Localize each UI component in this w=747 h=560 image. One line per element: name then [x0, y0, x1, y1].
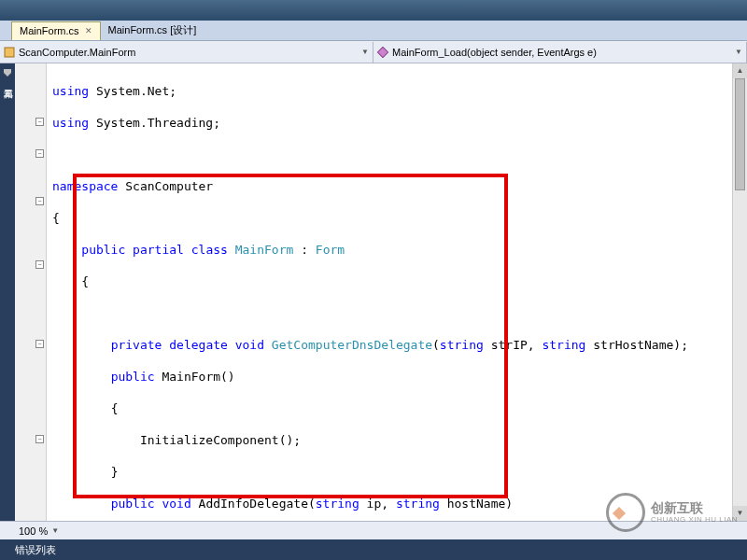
document-tabs: MainForm.cs ✕ MainForm.cs [设计] [0, 21, 747, 41]
svg-rect-1 [377, 47, 388, 57]
tab-label: MainForm.cs [20, 25, 79, 36]
navigation-bar: ScanComputer.MainForm ▼ MainForm_Load(ob… [0, 41, 747, 63]
method-name-label: MainForm_Load(object sender, EventArgs e… [392, 47, 597, 58]
watermark-subtitle: CHUANG XIN HU LIAN [651, 515, 738, 524]
fold-toggle[interactable]: − [35, 118, 44, 126]
toolbox-icon [2, 67, 13, 78]
scroll-up-button[interactable]: ▲ [733, 63, 747, 78]
close-icon[interactable]: ✕ [85, 26, 92, 35]
fold-toggle[interactable]: − [35, 149, 44, 158]
watermark-logo-icon [606, 493, 645, 532]
watermark: 创新互联 CHUANG XIN HU LIAN [606, 493, 738, 532]
chevron-down-icon: ▼ [361, 48, 369, 56]
tab-mainform-cs[interactable]: MainForm.cs ✕ [11, 21, 101, 40]
watermark-title: 创新互联 [651, 501, 738, 515]
tab-label: MainForm.cs [设计] [108, 23, 197, 37]
svg-rect-0 [5, 48, 14, 57]
fold-toggle[interactable]: − [35, 197, 44, 205]
error-list-label: 错误列表 [15, 543, 56, 557]
fold-toggle[interactable]: − [35, 340, 44, 348]
editor-area: 工具箱 − − − − − − using System.Net; using … [0, 63, 747, 539]
chevron-down-icon[interactable]: ▼ [51, 526, 59, 535]
class-name-label: ScanComputer.MainForm [19, 47, 135, 58]
code-gutter[interactable]: − − − − − − [15, 63, 47, 539]
method-icon [377, 47, 388, 58]
error-list-bar[interactable]: 错误列表 [0, 539, 747, 560]
class-icon [4, 47, 15, 58]
chevron-down-icon: ▼ [735, 48, 742, 56]
fold-toggle[interactable]: − [35, 260, 44, 269]
method-dropdown[interactable]: MainForm_Load(object sender, EventArgs e… [374, 42, 747, 63]
scrollbar-thumb[interactable] [735, 78, 745, 190]
vertical-scrollbar[interactable]: ▲ ▼ [732, 63, 747, 521]
toolbox-rail[interactable]: 工具箱 [0, 63, 15, 539]
window-menubar [0, 0, 747, 21]
fold-toggle[interactable]: − [35, 435, 44, 443]
code-editor[interactable]: using System.Net; using System.Threading… [47, 63, 747, 539]
class-dropdown[interactable]: ScanComputer.MainForm ▼ [0, 42, 374, 63]
zoom-level[interactable]: 100 % [19, 525, 48, 537]
watermark-text-group: 创新互联 CHUANG XIN HU LIAN [651, 501, 738, 524]
tab-mainform-designer[interactable]: MainForm.cs [设计] [101, 21, 204, 40]
